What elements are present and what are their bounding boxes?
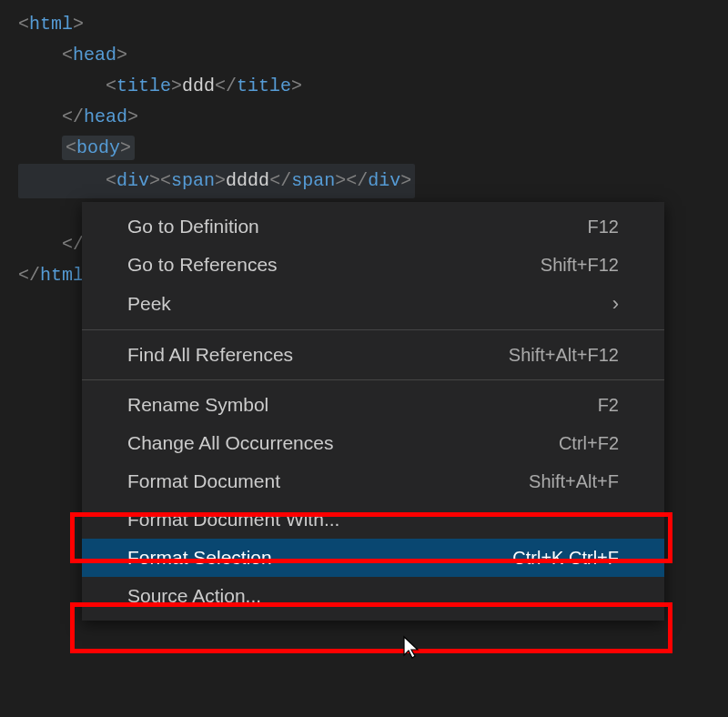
menu-item-label: Format Selection: [127, 547, 272, 569]
menu-item-go-to-references[interactable]: Go to ReferencesShift+F12: [82, 246, 664, 284]
menu-item-shortcut: F12: [588, 217, 619, 237]
menu-item-rename-symbol[interactable]: Rename SymbolF2: [82, 386, 664, 424]
tag-div-close: div: [368, 170, 400, 191]
tag-span: span: [171, 170, 215, 191]
chevron-right-icon: ›: [612, 292, 619, 316]
tag-div: div: [116, 170, 149, 191]
menu-item-format-selection[interactable]: Format SelectionCtrl+K Ctrl+F: [82, 539, 664, 577]
tag-title: title: [116, 76, 171, 96]
menu-item-label: Peek: [127, 293, 171, 315]
code-line-6: <div><span>dddd</span></div>: [18, 164, 710, 198]
menu-item-change-all-occurrences[interactable]: Change All OccurrencesCtrl+F2: [82, 424, 664, 462]
menu-item-label: Go to Definition: [127, 216, 259, 237]
menu-item-shortcut: Shift+Alt+F: [529, 471, 619, 492]
tag-head-close: head: [84, 106, 127, 127]
code-line-5: <body>: [18, 133, 710, 164]
tag-title-close: title: [237, 76, 291, 96]
menu-item-format-document[interactable]: Format DocumentShift+Alt+F: [82, 462, 664, 500]
tag-html-close: html: [40, 265, 84, 286]
menu-item-label: Format Document: [127, 470, 280, 492]
menu-item-format-document-with[interactable]: Format Document With...: [82, 500, 664, 539]
menu-item-label: Go to References: [127, 254, 278, 276]
cursor-pointer-icon: [402, 635, 420, 659]
menu-separator: [82, 329, 664, 330]
menu-item-label: Source Action...: [127, 585, 261, 607]
menu-item-shortcut: Shift+Alt+F12: [509, 345, 619, 366]
code-line-1: <html>: [18, 9, 710, 40]
menu-item-label: Format Document With...: [127, 509, 339, 530]
menu-item-label: Find All References: [127, 344, 293, 366]
code-line-3: <title>ddd</title>: [18, 71, 710, 102]
title-text: ddd: [182, 76, 215, 96]
tag-body: body: [76, 137, 120, 158]
menu-item-shortcut: Shift+F12: [541, 255, 619, 276]
menu-item-peek[interactable]: Peek›: [82, 284, 664, 324]
menu-item-label: Change All Occurrences: [127, 432, 333, 454]
menu-item-shortcut: Ctrl+F2: [559, 433, 619, 454]
menu-item-shortcut: Ctrl+K Ctrl+F: [512, 548, 619, 569]
menu-separator: [82, 379, 664, 380]
tag-html: html: [29, 14, 73, 35]
code-line-2: <head>: [18, 40, 710, 71]
tag-head: head: [73, 45, 116, 66]
menu-item-go-to-definition[interactable]: Go to DefinitionF12: [82, 207, 664, 246]
context-menu: Go to DefinitionF12Go to ReferencesShift…: [82, 202, 664, 621]
menu-item-find-all-references[interactable]: Find All ReferencesShift+Alt+F12: [82, 336, 664, 374]
tag-span-close: span: [291, 170, 335, 191]
code-line-4: </head>: [18, 102, 710, 133]
span-text: dddd: [226, 170, 269, 191]
menu-item-source-action[interactable]: Source Action...: [82, 577, 664, 615]
menu-item-shortcut: F2: [598, 395, 619, 416]
menu-item-label: Rename Symbol: [127, 394, 268, 416]
